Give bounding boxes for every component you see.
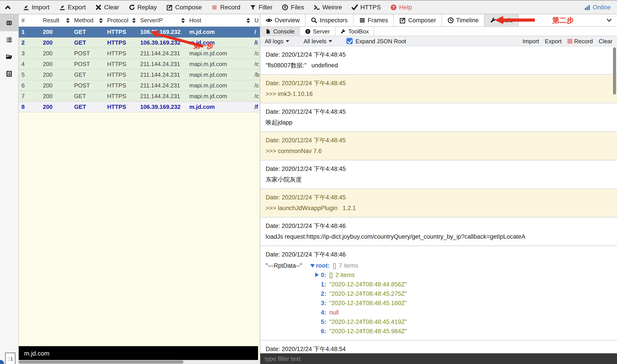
console-action-button[interactable]: Clear xyxy=(599,38,613,44)
subtab-icon: ! xyxy=(305,28,310,34)
cell-url: /i xyxy=(252,39,260,46)
tab-label: Composer xyxy=(408,17,436,24)
record-square-icon xyxy=(567,39,572,43)
menubar-item[interactable]: Clear xyxy=(95,4,119,11)
table-row[interactable]: 2 200 GET HTTPS 106.39.169.232 m.jd.com … xyxy=(19,38,260,48)
console-action-button[interactable]: Export xyxy=(545,38,562,44)
sort-arrows-icon xyxy=(181,18,185,23)
json-tree-row: 0: [] 2 items xyxy=(310,270,407,280)
column-header-host[interactable]: Host xyxy=(187,14,252,26)
horizontal-scrollbar[interactable] xyxy=(19,360,260,364)
checkbox-checked-icon[interactable] xyxy=(347,38,353,44)
sidebar-item[interactable] xyxy=(0,31,18,48)
tree-value: "2020-12-24T08:48:45.419Z" xyxy=(329,317,407,326)
online-bars-icon xyxy=(584,4,590,11)
sidebar-item[interactable] xyxy=(0,65,18,82)
tree-item-count: 7 items xyxy=(339,261,358,270)
tab-icon xyxy=(490,17,496,24)
selection-status-bar: m.jd.com xyxy=(19,346,258,360)
menubar-item[interactable]: ? Help xyxy=(390,4,412,11)
corner-indicator xyxy=(0,360,4,364)
table-row[interactable]: 6 200 POST HTTPS 211.144.24.231 mapi.m.j… xyxy=(19,80,260,91)
logs-filter-dropdown[interactable]: All logs xyxy=(265,38,289,44)
table-row[interactable]: 1 200 GET HTTPS 106.39.169.232 m.jd.com … xyxy=(19,27,260,38)
cell-num: 3 xyxy=(19,50,40,57)
menubar-item[interactable]: Import xyxy=(23,4,49,11)
cell-url: /c xyxy=(252,61,260,67)
column-header-num[interactable]: # xyxy=(19,14,40,26)
menubar-item-label: Files xyxy=(291,4,304,11)
column-header-protocol[interactable]: Protocol xyxy=(105,14,137,26)
log-message: >>> launchJdWxappPlugin 1.2.1 xyxy=(266,204,612,213)
online-status[interactable]: Online xyxy=(584,4,611,11)
cell-num: 6 xyxy=(19,82,40,89)
vertical-scrollbar-thumb[interactable] xyxy=(613,47,616,95)
sidebar-item[interactable] xyxy=(0,14,18,31)
log-date: Date: 2020/12/24 下午4:48:46 xyxy=(266,250,612,259)
cell-serverip: 106.39.169.232 xyxy=(137,39,187,46)
tree-key: 5: xyxy=(321,317,326,326)
menubar-item-label: Help xyxy=(399,4,412,11)
tools-subtab[interactable]: ! Server xyxy=(300,27,335,36)
horizontal-scrollbar-thumb[interactable] xyxy=(19,360,184,364)
table-row[interactable]: 4 200 POST HTTPS 211.144.24.231 mapi.m.j… xyxy=(19,59,260,70)
detail-tab[interactable]: Composer xyxy=(394,14,442,26)
detail-tab[interactable]: Frames xyxy=(353,14,394,26)
cell-num: 4 xyxy=(19,61,40,67)
network-table-panel: # Result Method Protocol ServerIP Host xyxy=(19,14,260,364)
table-row[interactable]: 5 200 GET HTTPS 211.144.24.231 mapi.m.jd… xyxy=(19,70,260,80)
column-header-serverip[interactable]: ServerIP xyxy=(137,14,187,26)
menubar-item-label: HTTPS xyxy=(360,4,381,11)
selection-host-label: m.jd.com xyxy=(24,350,50,357)
console-action-button[interactable]: Record xyxy=(567,38,593,44)
cell-protocol: HTTPS xyxy=(105,28,137,35)
column-header-url[interactable]: U xyxy=(252,14,260,26)
tools-subtab[interactable]: ToolBox xyxy=(335,27,374,36)
sort-arrows-icon xyxy=(246,18,250,23)
detail-tab[interactable]: Tools xyxy=(484,14,519,26)
json-tree-row: 4: null xyxy=(310,308,407,317)
expand-json-root-toggle[interactable]: Expand JSON Root xyxy=(347,38,406,44)
menubar-item[interactable]: Files xyxy=(282,4,304,11)
tab-icon xyxy=(311,17,318,24)
tree-toggle-icon[interactable] xyxy=(315,270,321,280)
table-row[interactable]: 3 200 POST HTTPS 211.144.24.231 mapi.m.j… xyxy=(19,48,260,59)
detail-tab[interactable]: Overview xyxy=(260,14,306,26)
menubar-item[interactable]: Filter xyxy=(250,4,273,11)
menubar-item[interactable] xyxy=(4,4,13,11)
chevron-down-icon[interactable] xyxy=(606,14,613,26)
cell-result: 200 xyxy=(40,82,71,89)
menubar-item[interactable]: Record xyxy=(211,4,240,11)
console-filter-input[interactable] xyxy=(260,355,617,362)
detail-tab[interactable]: Inspectors xyxy=(306,14,354,26)
menubar-item-icon xyxy=(23,4,29,11)
cell-serverip: 211.144.24.231 xyxy=(137,82,187,89)
log-entry-json: Date: 2020/12/24 下午4:48:46 "---RptData--… xyxy=(260,246,617,341)
console-action-button[interactable]: Import xyxy=(523,38,539,44)
levels-filter-dropdown[interactable]: All levels xyxy=(304,38,332,44)
tools-subtab[interactable]: Console xyxy=(260,27,300,36)
menubar-item[interactable]: Export xyxy=(59,4,86,11)
menubar-item[interactable]: Replay xyxy=(128,4,157,11)
table-row[interactable]: 8 200 GET HTTPS 106.39.169.232 m.jd.com … xyxy=(19,102,260,112)
table-row[interactable]: 7 200 GET HTTPS 211.144.24.231 mapi.m.jd… xyxy=(19,91,260,102)
tree-bracket: [] xyxy=(329,270,333,280)
tab-label: Inspectors xyxy=(320,17,348,24)
tab-label: Overview xyxy=(275,17,300,24)
tree-toggle-icon[interactable] xyxy=(310,261,316,270)
sidebar: ::1 xyxy=(0,14,19,364)
caret-down-icon xyxy=(329,40,332,42)
cell-result: 200 xyxy=(40,28,71,35)
tree-key: root: xyxy=(316,261,330,270)
column-header-method[interactable]: Method xyxy=(71,14,105,26)
menubar-item[interactable]: HTTPS xyxy=(351,4,381,11)
detail-tab[interactable]: Timeline xyxy=(442,14,484,26)
log-message: 唤起jdapp xyxy=(266,118,612,127)
menubar-item[interactable]: Weinre xyxy=(313,4,342,11)
menubar-item[interactable]: Compose xyxy=(166,4,202,11)
expand-json-root-label: Expand JSON Root xyxy=(355,38,406,44)
log-entry: Date: 2020/12/24 下午4:48:45 >>> imk3-1.10… xyxy=(260,75,617,104)
tree-value: "2020-12-24T08:48:44.856Z" xyxy=(329,280,407,289)
sidebar-item[interactable] xyxy=(0,48,18,65)
column-header-result[interactable]: Result xyxy=(40,14,71,26)
